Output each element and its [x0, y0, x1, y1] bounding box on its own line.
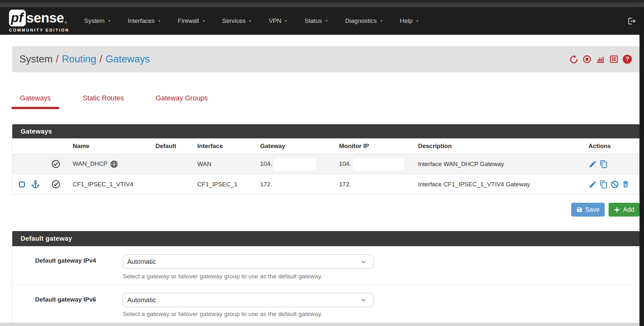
logo-sense: sense	[26, 10, 64, 26]
check-circle-icon	[51, 160, 61, 167]
breadcrumb: System / Routing / Gateways	[19, 53, 150, 65]
globe-icon	[110, 160, 118, 167]
nav-item-status[interactable]: Status	[304, 17, 328, 24]
plus-icon	[614, 207, 620, 213]
chevron-down-icon	[284, 19, 288, 23]
window-bottom-edge	[0, 323, 644, 326]
gateway-interface: WAN	[194, 154, 256, 174]
breadcrumb-bar: System / Routing / Gateways ?	[12, 46, 639, 72]
form-row-ipv6: Default gateway IPv6 Automatic Select a …	[13, 285, 639, 323]
default-gateway-ipv4-label: Default gateway IPv4	[35, 257, 96, 264]
save-icon	[576, 207, 582, 213]
nav-item-vpn[interactable]: VPN	[269, 17, 288, 24]
refresh-icon[interactable]	[569, 55, 578, 64]
default-gateway-ipv6-label: Default gateway IPv6	[35, 296, 96, 303]
table-row: WAN_DHCP WAN 104. 104. Interface WAN_DHC…	[13, 154, 639, 174]
column-header-gateway: Gateway	[256, 138, 335, 154]
chevron-down-icon	[325, 19, 328, 23]
breadcrumb-system: System	[19, 53, 53, 65]
breadcrumb-routing[interactable]: Routing	[62, 53, 96, 65]
nav-item-help[interactable]: Help	[400, 17, 419, 24]
nav-item-firewall[interactable]: Firewall	[178, 17, 205, 24]
column-header-description: Description	[414, 138, 580, 154]
chevron-down-icon	[202, 19, 206, 23]
gateway-address: 172.	[256, 174, 335, 194]
chevron-down-icon	[158, 19, 161, 23]
default-gateway-ipv4-select[interactable]: Automatic	[123, 255, 373, 269]
chevron-down-icon	[248, 19, 252, 23]
column-header-actions: Actions	[580, 138, 639, 154]
tab-static-routes[interactable]: Static Routes	[74, 92, 132, 109]
table-header-row: Name Default Interface Gateway Monitor I…	[13, 138, 639, 154]
routing-tabs: Gateways Static Routes Gateway Groups	[12, 92, 231, 109]
chevron-down-icon	[380, 19, 383, 23]
default-gateway-ipv4-help: Select a gateway or failover gateway gro…	[123, 273, 322, 280]
delete-icon[interactable]	[621, 181, 630, 187]
breadcrumb-separator: /	[56, 53, 59, 65]
table-row: CF1_IPSEC_1_VTIV4 CF1_IPSEC_1 172. 172. …	[13, 174, 639, 194]
chevron-down-icon	[108, 19, 111, 23]
nav-item-services[interactable]: Services	[222, 17, 252, 24]
nav-item-interfaces[interactable]: Interfaces	[128, 17, 161, 24]
default-gateway-panel: Default gateway Default gateway IPv4 Aut…	[12, 231, 639, 323]
breadcrumb-gateways[interactable]: Gateways	[105, 53, 150, 65]
tab-gateway-groups[interactable]: Gateway Groups	[147, 92, 216, 109]
column-header-icons	[13, 138, 69, 154]
column-header-interface: Interface	[194, 138, 256, 154]
gateways-panel-title: Gateways	[12, 124, 639, 138]
top-navbar: pf sense ® COMMUNITY EDITION System Inte…	[0, 7, 644, 35]
disable-icon[interactable]	[610, 181, 619, 187]
button-row: Save Add	[12, 203, 639, 217]
window-right-edge	[639, 7, 644, 326]
gateway-interface: CF1_IPSEC_1	[194, 174, 256, 194]
form-row-ipv4: Default gateway IPv4 Automatic Select a …	[13, 246, 639, 285]
sign-out-icon[interactable]	[628, 17, 636, 25]
gateway-name: WAN_DHCP	[73, 160, 108, 167]
monitor-ip: 104.	[339, 160, 351, 167]
nav-item-diagnostics[interactable]: Diagnostics	[345, 17, 383, 24]
square-icon	[18, 181, 26, 187]
column-header-monitor-ip: Monitor IP	[335, 138, 414, 154]
default-gateway-panel-title: Default gateway	[12, 231, 639, 246]
copy-icon[interactable]	[600, 160, 608, 167]
gateways-table: Name Default Interface Gateway Monitor I…	[12, 138, 639, 195]
redacted-value	[353, 158, 404, 171]
copy-icon[interactable]	[600, 181, 608, 187]
gateways-panel: Gateways Name Default Interface Gateway …	[12, 124, 639, 195]
default-gateway-ipv6-select[interactable]: Automatic	[123, 293, 373, 307]
column-header-default: Default	[152, 138, 194, 154]
save-button[interactable]: Save	[571, 203, 605, 217]
help-icon[interactable]: ?	[623, 55, 632, 64]
default-gateway-ipv6-help: Select a gateway or failover gateway gro…	[123, 311, 322, 318]
nav-menu: System Interfaces Firewall Services VPN …	[84, 17, 436, 24]
gateway-name: CF1_IPSEC_1_VTIV4	[69, 174, 152, 194]
breadcrumb-separator: /	[100, 53, 102, 65]
monitor-ip: 172.	[335, 174, 414, 194]
column-header-name: Name	[69, 138, 152, 154]
window-top-strip	[0, 3, 644, 7]
edit-icon[interactable]	[589, 160, 597, 167]
nav-item-system[interactable]: System	[84, 17, 111, 24]
log-icon[interactable]	[609, 54, 619, 64]
pfsense-logo[interactable]: pf sense ® COMMUNITY EDITION	[9, 10, 69, 33]
gateway-description: Interface WAN_DHCP Gateway	[414, 154, 580, 174]
gateway-description: Interface CF1_IPSEC_1_VTIV4 Gateway	[414, 174, 580, 194]
check-circle-icon	[51, 181, 61, 187]
logo-registered-mark: ®	[64, 21, 67, 24]
anchor-icon	[31, 181, 40, 187]
window-top-edge	[0, 0, 644, 3]
edit-icon[interactable]	[589, 181, 597, 187]
stop-circle-icon[interactable]	[582, 55, 591, 64]
logo-edition: COMMUNITY EDITION	[9, 28, 69, 33]
chevron-down-icon	[416, 19, 419, 23]
gateway-address: 104.	[260, 160, 272, 167]
chart-bar-icon[interactable]	[596, 54, 605, 64]
redacted-value	[274, 158, 316, 171]
add-button[interactable]: Add	[609, 203, 639, 217]
page-action-icons: ?	[569, 54, 632, 64]
logo-pf: pf	[9, 10, 26, 26]
tab-gateways[interactable]: Gateways	[12, 92, 59, 109]
